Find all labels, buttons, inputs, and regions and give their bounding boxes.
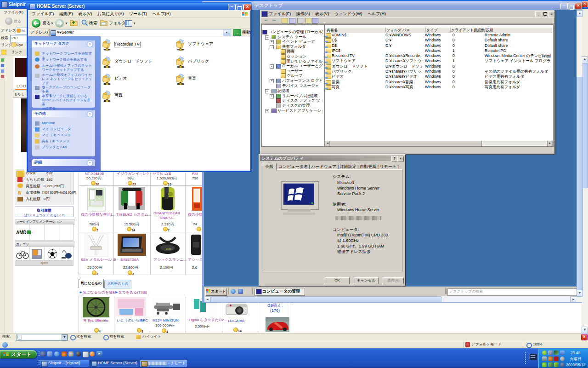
svg-text:asics: asics — [166, 247, 171, 250]
